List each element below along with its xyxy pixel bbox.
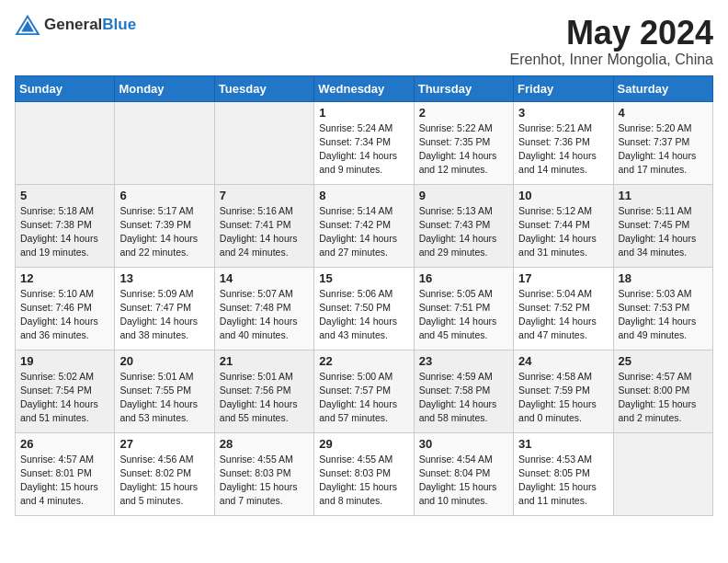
cell-info: Sunrise: 5:24 AM Sunset: 7:34 PM Dayligh… bbox=[319, 121, 408, 178]
calendar-cell: 18Sunrise: 5:03 AM Sunset: 7:53 PM Dayli… bbox=[613, 267, 712, 350]
day-number: 1 bbox=[319, 106, 408, 120]
calendar-cell bbox=[16, 101, 115, 184]
day-number: 5 bbox=[20, 189, 109, 202]
cell-info: Sunrise: 5:04 AM Sunset: 7:52 PM Dayligh… bbox=[518, 287, 608, 343]
cell-info: Sunrise: 4:58 AM Sunset: 7:59 PM Dayligh… bbox=[518, 370, 608, 426]
calendar-cell: 20Sunrise: 5:01 AM Sunset: 7:55 PM Dayli… bbox=[115, 350, 214, 432]
calendar-week-row: 26Sunrise: 4:57 AM Sunset: 8:01 PM Dayli… bbox=[16, 432, 713, 515]
day-number: 12 bbox=[20, 271, 109, 285]
calendar-cell: 4Sunrise: 5:20 AM Sunset: 7:37 PM Daylig… bbox=[613, 101, 712, 184]
cell-info: Sunrise: 5:03 AM Sunset: 7:53 PM Dayligh… bbox=[619, 287, 708, 343]
cell-info: Sunrise: 4:57 AM Sunset: 8:01 PM Dayligh… bbox=[20, 453, 109, 509]
weekday-header: Thursday bbox=[414, 75, 513, 101]
cell-info: Sunrise: 5:22 AM Sunset: 7:35 PM Dayligh… bbox=[419, 121, 508, 178]
calendar-cell: 28Sunrise: 4:55 AM Sunset: 8:03 PM Dayli… bbox=[214, 432, 313, 515]
day-number: 14 bbox=[220, 271, 309, 285]
cell-info: Sunrise: 5:20 AM Sunset: 7:37 PM Dayligh… bbox=[619, 121, 708, 178]
day-number: 27 bbox=[119, 437, 209, 451]
calendar-cell bbox=[613, 432, 712, 515]
weekday-header: Wednesday bbox=[314, 75, 414, 101]
day-number: 2 bbox=[419, 106, 508, 120]
weekday-header: Friday bbox=[514, 75, 613, 101]
cell-info: Sunrise: 5:12 AM Sunset: 7:44 PM Dayligh… bbox=[518, 204, 608, 260]
location-title: Erenhot, Inner Mongolia, China bbox=[510, 52, 713, 68]
day-number: 21 bbox=[220, 354, 309, 368]
day-number: 11 bbox=[619, 189, 708, 202]
day-number: 25 bbox=[619, 354, 708, 368]
day-number: 15 bbox=[319, 271, 408, 285]
calendar-cell: 1Sunrise: 5:24 AM Sunset: 7:34 PM Daylig… bbox=[314, 101, 414, 184]
cell-info: Sunrise: 5:01 AM Sunset: 7:55 PM Dayligh… bbox=[119, 370, 209, 426]
calendar-cell: 2Sunrise: 5:22 AM Sunset: 7:35 PM Daylig… bbox=[414, 101, 513, 184]
calendar-week-row: 12Sunrise: 5:10 AM Sunset: 7:46 PM Dayli… bbox=[16, 267, 713, 350]
calendar-cell: 21Sunrise: 5:01 AM Sunset: 7:56 PM Dayli… bbox=[214, 350, 313, 432]
calendar-table: SundayMondayTuesdayWednesdayThursdayFrid… bbox=[15, 75, 713, 516]
calendar-cell: 13Sunrise: 5:09 AM Sunset: 7:47 PM Dayli… bbox=[115, 267, 214, 350]
day-number: 3 bbox=[518, 106, 608, 120]
logo-icon bbox=[15, 15, 40, 35]
calendar-cell: 12Sunrise: 5:10 AM Sunset: 7:46 PM Dayli… bbox=[16, 267, 115, 350]
logo-general: General bbox=[44, 16, 102, 34]
calendar-week-row: 1Sunrise: 5:24 AM Sunset: 7:34 PM Daylig… bbox=[16, 101, 713, 184]
weekday-header: Saturday bbox=[613, 75, 712, 101]
calendar-cell: 8Sunrise: 5:14 AM Sunset: 7:42 PM Daylig… bbox=[314, 184, 414, 267]
title-area: May 2024 Erenhot, Inner Mongolia, China bbox=[510, 15, 713, 68]
cell-info: Sunrise: 4:55 AM Sunset: 8:03 PM Dayligh… bbox=[220, 453, 309, 509]
cell-info: Sunrise: 4:54 AM Sunset: 8:04 PM Dayligh… bbox=[419, 453, 508, 509]
day-number: 16 bbox=[419, 271, 508, 285]
calendar-cell: 24Sunrise: 4:58 AM Sunset: 7:59 PM Dayli… bbox=[514, 350, 613, 432]
day-number: 28 bbox=[220, 437, 309, 451]
day-number: 30 bbox=[419, 437, 508, 451]
day-number: 9 bbox=[419, 189, 508, 202]
cell-info: Sunrise: 5:14 AM Sunset: 7:42 PM Dayligh… bbox=[319, 204, 408, 260]
calendar-cell: 23Sunrise: 4:59 AM Sunset: 7:58 PM Dayli… bbox=[414, 350, 513, 432]
calendar-week-row: 5Sunrise: 5:18 AM Sunset: 7:38 PM Daylig… bbox=[16, 184, 713, 267]
weekday-header: Monday bbox=[115, 75, 214, 101]
calendar-cell: 22Sunrise: 5:00 AM Sunset: 7:57 PM Dayli… bbox=[314, 350, 414, 432]
cell-info: Sunrise: 5:13 AM Sunset: 7:43 PM Dayligh… bbox=[419, 204, 508, 260]
cell-info: Sunrise: 5:18 AM Sunset: 7:38 PM Dayligh… bbox=[20, 204, 109, 260]
calendar-cell: 14Sunrise: 5:07 AM Sunset: 7:48 PM Dayli… bbox=[214, 267, 313, 350]
calendar-cell: 5Sunrise: 5:18 AM Sunset: 7:38 PM Daylig… bbox=[16, 184, 115, 267]
day-number: 8 bbox=[319, 189, 408, 202]
calendar-cell bbox=[214, 101, 313, 184]
day-number: 7 bbox=[220, 189, 309, 202]
calendar-cell: 29Sunrise: 4:55 AM Sunset: 8:03 PM Dayli… bbox=[314, 432, 414, 515]
calendar-cell: 9Sunrise: 5:13 AM Sunset: 7:43 PM Daylig… bbox=[414, 184, 513, 267]
page-header: General Blue May 2024 Erenhot, Inner Mon… bbox=[15, 15, 713, 68]
cell-info: Sunrise: 5:17 AM Sunset: 7:39 PM Dayligh… bbox=[119, 204, 209, 260]
weekday-header: Sunday bbox=[16, 75, 115, 101]
cell-info: Sunrise: 5:07 AM Sunset: 7:48 PM Dayligh… bbox=[220, 287, 309, 343]
calendar-cell: 6Sunrise: 5:17 AM Sunset: 7:39 PM Daylig… bbox=[115, 184, 214, 267]
calendar-cell: 10Sunrise: 5:12 AM Sunset: 7:44 PM Dayli… bbox=[514, 184, 613, 267]
cell-info: Sunrise: 5:10 AM Sunset: 7:46 PM Dayligh… bbox=[20, 287, 109, 343]
calendar-cell: 16Sunrise: 5:05 AM Sunset: 7:51 PM Dayli… bbox=[414, 267, 513, 350]
cell-info: Sunrise: 5:01 AM Sunset: 7:56 PM Dayligh… bbox=[220, 370, 309, 426]
calendar-cell: 7Sunrise: 5:16 AM Sunset: 7:41 PM Daylig… bbox=[214, 184, 313, 267]
day-number: 17 bbox=[518, 271, 608, 285]
day-number: 18 bbox=[619, 271, 708, 285]
day-number: 6 bbox=[119, 189, 209, 202]
calendar-cell: 30Sunrise: 4:54 AM Sunset: 8:04 PM Dayli… bbox=[414, 432, 513, 515]
day-number: 29 bbox=[319, 437, 408, 451]
day-number: 13 bbox=[119, 271, 209, 285]
calendar-cell: 26Sunrise: 4:57 AM Sunset: 8:01 PM Dayli… bbox=[16, 432, 115, 515]
day-number: 24 bbox=[518, 354, 608, 368]
day-number: 19 bbox=[20, 354, 109, 368]
cell-info: Sunrise: 4:57 AM Sunset: 8:00 PM Dayligh… bbox=[619, 370, 708, 426]
weekday-header-row: SundayMondayTuesdayWednesdayThursdayFrid… bbox=[16, 75, 713, 101]
calendar-cell: 25Sunrise: 4:57 AM Sunset: 8:00 PM Dayli… bbox=[613, 350, 712, 432]
cell-info: Sunrise: 5:00 AM Sunset: 7:57 PM Dayligh… bbox=[319, 370, 408, 426]
cell-info: Sunrise: 5:16 AM Sunset: 7:41 PM Dayligh… bbox=[220, 204, 309, 260]
cell-info: Sunrise: 5:06 AM Sunset: 7:50 PM Dayligh… bbox=[319, 287, 408, 343]
weekday-header: Tuesday bbox=[214, 75, 313, 101]
day-number: 4 bbox=[619, 106, 708, 120]
cell-info: Sunrise: 4:55 AM Sunset: 8:03 PM Dayligh… bbox=[319, 453, 408, 509]
logo: General Blue bbox=[15, 15, 136, 35]
day-number: 20 bbox=[119, 354, 209, 368]
month-title: May 2024 bbox=[510, 15, 713, 52]
calendar-cell: 15Sunrise: 5:06 AM Sunset: 7:50 PM Dayli… bbox=[314, 267, 414, 350]
day-number: 26 bbox=[20, 437, 109, 451]
calendar-week-row: 19Sunrise: 5:02 AM Sunset: 7:54 PM Dayli… bbox=[16, 350, 713, 432]
cell-info: Sunrise: 5:21 AM Sunset: 7:36 PM Dayligh… bbox=[518, 121, 608, 178]
